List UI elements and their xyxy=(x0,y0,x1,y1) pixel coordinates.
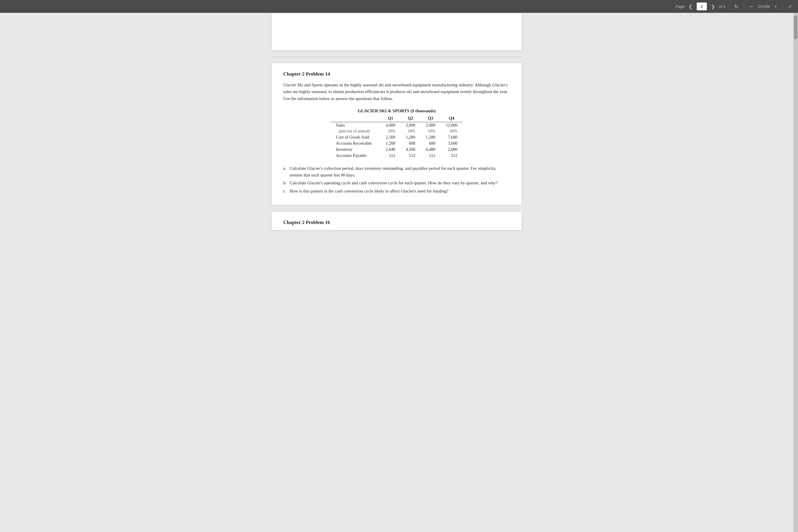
row-label-cell: Accounts Payable xyxy=(331,153,381,159)
main-content: Chapter 2 Problem 14 Glacier Ski and Spo… xyxy=(0,13,793,532)
data-cell: 3,600 xyxy=(440,140,462,147)
col-q2: Q2 xyxy=(400,115,421,122)
row-label-cell: Sales xyxy=(331,122,381,128)
table-section: GLACIER SKI & SPORTS ($ thousands) Q1 Q2… xyxy=(283,109,510,159)
question-c: c. How is this pattern in the cash conve… xyxy=(283,188,510,194)
question-b-text: Calculate Glacier's operating cycle and … xyxy=(290,180,510,186)
problem-16-title: Chapter 2 Problem 16 xyxy=(283,220,510,226)
row-label-cell: Inventory xyxy=(331,147,381,153)
data-cell: 7,680 xyxy=(440,134,462,140)
question-b-letter: b. xyxy=(283,180,290,186)
table-row: (percent of annual)20%10%10%60% xyxy=(331,128,463,134)
data-cell: 1,200 xyxy=(381,140,401,147)
data-cell: 10% xyxy=(400,128,421,134)
prev-page-button[interactable]: ❮ xyxy=(687,3,694,10)
zoom-in-button[interactable]: + xyxy=(773,3,779,10)
problem-14-card: Chapter 2 Problem 14 Glacier Ski and Spo… xyxy=(271,63,522,205)
data-cell: 1,280 xyxy=(421,134,441,140)
data-cell: 6,480 xyxy=(421,147,441,153)
col-q1: Q1 xyxy=(381,115,401,122)
table-row: Accounts Payable512512512512 xyxy=(331,153,463,159)
data-cell: 20% xyxy=(381,128,401,134)
question-b: b. Calculate Glacier's operating cycle a… xyxy=(283,180,510,186)
data-cell: 600 xyxy=(400,140,421,147)
page-divider xyxy=(271,57,522,57)
data-cell: 512 xyxy=(381,153,401,159)
row-label-cell: Cost of Goods Sold xyxy=(331,134,381,140)
table-row: Sales4,0002,0002,00012,000 xyxy=(331,122,463,128)
scrollbar[interactable] xyxy=(793,13,798,532)
of-label: of 4 xyxy=(719,4,725,9)
data-cell: 512 xyxy=(400,153,421,159)
question-c-letter: c. xyxy=(283,188,290,194)
empty-header xyxy=(331,115,381,122)
data-cell: 10% xyxy=(421,128,441,134)
data-cell: 2,640 xyxy=(381,147,401,153)
zoom-label: ZOOM xyxy=(758,4,770,9)
question-a-letter: a. xyxy=(283,165,290,172)
row-label-cell: (percent of annual) xyxy=(331,128,381,134)
data-cell: 12,000 xyxy=(440,122,462,128)
data-cell: 512 xyxy=(421,153,441,159)
questions-list: a. Calculate Glacier's collection period… xyxy=(283,165,510,194)
data-cell: 512 xyxy=(440,153,462,159)
data-cell: 600 xyxy=(421,140,441,147)
data-cell: 4,000 xyxy=(381,122,401,128)
question-a-text: Calculate Glacier's collection period, d… xyxy=(290,165,510,179)
problem-16-card-partial: Chapter 2 Problem 16 xyxy=(271,211,522,230)
toolbar: Page ❮ ❯ of 4 ↻ — ZOOM + ➚ xyxy=(0,0,798,13)
divider2 xyxy=(743,3,744,10)
row-label-cell: Accounts Receivable xyxy=(331,140,381,147)
data-cell: 2,000 xyxy=(440,147,462,153)
next-page-button[interactable]: ❯ xyxy=(709,3,717,10)
divider1 xyxy=(729,3,729,10)
fullscreen-button[interactable]: ➚ xyxy=(786,3,793,10)
zoom-out-button[interactable]: — xyxy=(747,3,755,10)
table-header-row: Q1 Q2 Q3 Q4 xyxy=(331,115,463,122)
data-cell: 2,000 xyxy=(421,122,441,128)
problem-14-intro: Glacier Ski and Sports operates in the h… xyxy=(283,82,510,102)
question-a: a. Calculate Glacier's collection period… xyxy=(283,165,510,179)
refresh-button[interactable]: ↻ xyxy=(733,3,740,10)
data-cell: 1,280 xyxy=(400,134,421,140)
data-cell: 4,560 xyxy=(400,147,421,153)
data-table: Q1 Q2 Q3 Q4 Sales4,0002,0002,00012,000(p… xyxy=(331,115,463,159)
table-row: Inventory2,6404,5606,4802,000 xyxy=(331,147,463,153)
data-cell: 2,000 xyxy=(400,122,421,128)
page-number-input[interactable] xyxy=(697,2,707,11)
data-cell: 2,560 xyxy=(381,134,401,140)
previous-page-partial xyxy=(271,13,522,51)
data-cell: 60% xyxy=(440,128,462,134)
scrollbar-thumb[interactable] xyxy=(794,16,797,39)
table-row: Accounts Receivable1,2006006003,600 xyxy=(331,140,463,147)
problem-14-title: Chapter 2 Problem 14 xyxy=(283,71,510,77)
col-q3: Q3 xyxy=(421,115,441,122)
col-q4: Q4 xyxy=(440,115,462,122)
question-c-text: How is this pattern in the cash conversi… xyxy=(290,188,510,194)
table-title: GLACIER SKI & SPORTS ($ thousands) xyxy=(283,109,510,113)
table-row: Cost of Goods Sold2,5601,2801,2807,680 xyxy=(331,134,463,140)
page-label: Page xyxy=(676,4,685,9)
